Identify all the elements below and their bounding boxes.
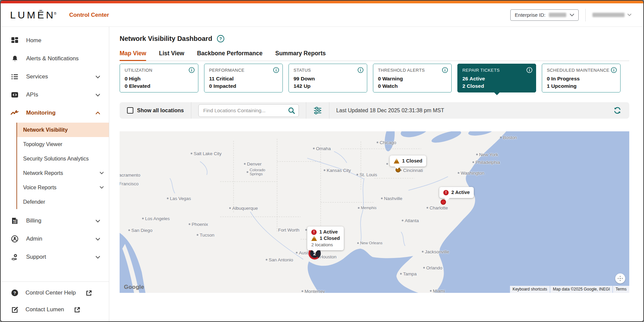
map-city-label: Monterrey <box>302 289 325 293</box>
svg-text:?: ? <box>219 36 222 41</box>
sidebar-link-contact-lumen[interactable]: Contact Lumen <box>1 301 109 318</box>
submenu-item-network-reports[interactable]: Network Reports <box>17 166 109 180</box>
enterprise-id-selector[interactable]: Enterprise ID: <box>510 9 579 21</box>
card-value-1: 0 In Progress <box>547 75 616 82</box>
tab-list-view[interactable]: List View <box>159 50 184 61</box>
map-city-label: Colorado Springs <box>247 168 270 176</box>
map-city-label: Orlando <box>423 265 442 270</box>
card-repair-tickets[interactable]: REPAIR TICKETS 26 Active2 Closed <box>457 64 536 92</box>
sidebar-item-label: Home <box>26 37 41 44</box>
sidebar-item-services[interactable]: Services <box>1 68 109 86</box>
search-icon[interactable] <box>288 107 295 116</box>
card-value-2: 142 Up <box>294 82 362 90</box>
sidebar-item-monitoring[interactable]: Monitoring <box>1 104 109 122</box>
card-value-1: 99 Down <box>294 75 362 82</box>
registered-mark: ® <box>54 12 56 15</box>
sidebar-item-label: APIs <box>26 91 38 98</box>
google-logo[interactable]: Google <box>124 284 144 291</box>
map-callout[interactable]: !1 Closed <box>390 155 426 167</box>
card-value-2: 2 Closed <box>462 82 531 90</box>
map-city-label: New Orleans <box>357 241 382 245</box>
card-performance[interactable]: PERFORMANCE 11 Critical0 Impacted <box>204 64 283 92</box>
user-circle-icon <box>11 235 19 243</box>
product-title: Control Center <box>69 12 109 18</box>
map-callout[interactable]: !2 Active <box>439 187 474 198</box>
card-status[interactable]: STATUS 99 Down142 Up <box>288 64 367 92</box>
show-all-locations-label: Show all locations <box>137 108 184 114</box>
help-circle-icon: ? <box>11 289 19 297</box>
callout-text: 2 locations <box>311 242 333 248</box>
map-attribution: Keyboard shortcuts Map data ©2025 Google… <box>510 286 629 293</box>
info-icon[interactable] <box>189 67 195 74</box>
sidebar-item-apis[interactable]: APIs <box>1 86 109 104</box>
sidebar-item-support[interactable]: Support <box>1 248 109 266</box>
svg-text:?: ? <box>13 291 16 296</box>
info-icon[interactable] <box>526 67 532 74</box>
sidebar-link-label: Control Center Help <box>25 289 76 296</box>
sidebar-item-label: Support <box>26 254 46 260</box>
card-threshold-alerts[interactable]: THRESHOLD ALERTS 0 Warning0 Watch <box>373 64 452 92</box>
sidebar-item-billing[interactable]: $ Billing <box>1 212 109 230</box>
help-icon[interactable]: ? <box>217 35 224 43</box>
info-icon[interactable] <box>442 67 448 74</box>
app-window: LUMĒN® Control Center Enterprise ID: Hom… <box>0 0 644 322</box>
submenu-item-voice-reports[interactable]: Voice Reports <box>17 180 109 195</box>
card-value-1: 0 Warning <box>378 75 447 82</box>
sidebar-link-label: Contact Lumen <box>25 306 64 313</box>
keyboard-shortcuts-link[interactable]: Keyboard shortcuts <box>510 286 550 293</box>
sidebar-item-alerts-notifications[interactable]: Alerts & Notifications <box>1 50 109 68</box>
map-city-label: Salt Lake City <box>191 151 221 156</box>
map-city-label: Washington <box>458 171 485 176</box>
error-icon: ! <box>443 190 449 195</box>
submenu-item-network-visibility[interactable]: Network Visibility <box>17 123 109 137</box>
map-city-label: New York <box>476 152 498 157</box>
sidebar-item-admin[interactable]: Admin <box>1 230 109 248</box>
username-redacted <box>592 13 625 17</box>
location-search-input[interactable] <box>198 104 299 117</box>
submenu-item-security-solutions-analytics[interactable]: Security Solutions Analytics <box>17 151 109 166</box>
chevron-down-icon <box>100 186 104 189</box>
list-icon <box>11 73 19 81</box>
filter-bar-divider <box>191 102 191 119</box>
user-menu[interactable] <box>592 13 632 17</box>
map-city-label: Cincinnati <box>400 168 423 173</box>
show-all-locations-checkbox[interactable] <box>127 107 133 114</box>
submenu-item-defender[interactable]: Defender <box>17 195 109 209</box>
submenu-item-topology-viewer[interactable]: Topology Viewer <box>17 137 109 151</box>
map-city-label: Jacksonville <box>422 249 449 254</box>
map-city-label: Tampa <box>400 271 417 276</box>
sidebar-item-label: Billing <box>26 217 41 224</box>
sidebar-item-label: Alerts & Notifications <box>26 55 79 62</box>
sidebar-item-home[interactable]: Home <box>1 31 109 50</box>
map-city-label: Boston <box>500 135 517 140</box>
card-utilization[interactable]: UTILIZATION 0 High0 Elevated <box>120 64 198 92</box>
info-icon[interactable] <box>611 67 617 74</box>
card-value-2: 0 Impacted <box>209 82 278 90</box>
map-pan-control[interactable] <box>615 273 625 283</box>
code-icon <box>11 91 19 99</box>
card-value-1: 26 Active <box>462 75 531 82</box>
tab-summary-reports[interactable]: Summary Reports <box>275 50 326 61</box>
summary-cards: UTILIZATION 0 High0 Elevated PERFORMANCE… <box>120 64 629 92</box>
sidebar-link-control-center-help[interactable]: ? Control Center Help <box>1 284 109 301</box>
filter-bar-divider <box>329 102 329 119</box>
card-scheduled-maintenance[interactable]: SCHEDULED MAINTENANCE 0 In Progress1 Upc… <box>542 64 621 92</box>
tab-backbone-performance[interactable]: Backbone Performance <box>197 50 263 61</box>
map-city-label: Los Angeles <box>142 216 170 221</box>
submenu-item-label: Voice Reports <box>23 185 57 191</box>
svg-text:$: $ <box>13 219 15 222</box>
enterprise-id-value-redacted <box>549 13 566 17</box>
map-filter-bar: Show all locations Last Updated 18 Dec 2… <box>120 102 629 119</box>
refresh-icon[interactable] <box>614 107 621 114</box>
filter-sliders-icon[interactable] <box>313 107 322 115</box>
tab-map-view[interactable]: Map View <box>120 50 146 61</box>
info-icon[interactable] <box>358 67 364 74</box>
terms-link[interactable]: Terms <box>613 286 629 293</box>
map-callout[interactable]: !1 Active!1 Closed2 locations <box>307 227 344 250</box>
map-city-label: Atlanta <box>402 218 419 223</box>
map-canvas[interactable]: Google Keyboard shortcuts Map data ©2025… <box>120 131 629 293</box>
card-label: THRESHOLD ALERTS <box>378 68 447 73</box>
callout-text: 1 Closed <box>320 235 340 242</box>
info-icon[interactable] <box>273 67 279 74</box>
monitoring-submenu: Network Visibility Topology Viewer Secur… <box>16 123 109 209</box>
